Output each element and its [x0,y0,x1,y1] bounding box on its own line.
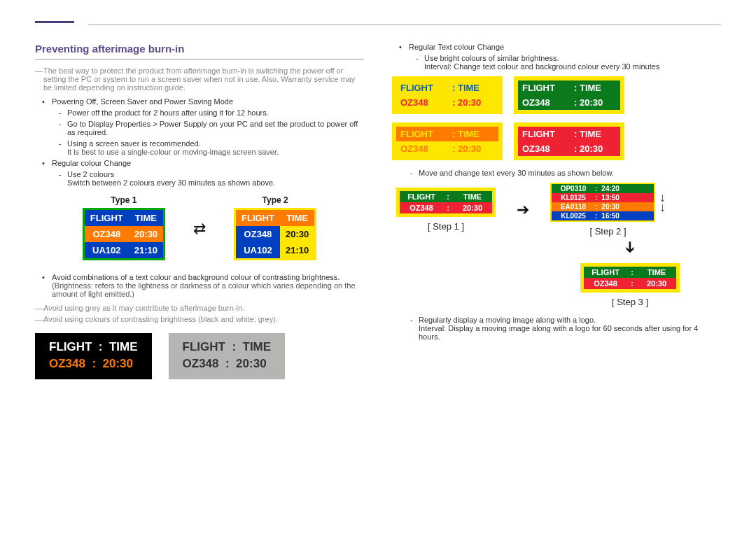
down-arrows-icon: ↓↓ [659,192,666,212]
left-column: Preventing afterimage burn-in The best w… [35,43,364,379]
card-blue-red: FLIGHT: TIME OZ348: 20:30 [392,76,503,114]
type2-label: Type 2 [234,195,316,205]
right-column: Regular Text colour Change Use bright co… [392,43,721,379]
step3-card: FLIGHT:TIME OZ348:20:30 [580,263,680,293]
four-card-row1: FLIGHT: TIME OZ348: 20:30 FLIGHT: TIME O… [392,76,721,114]
sub-display-properties: Go to Display Properties > Power Supply … [62,120,364,136]
step1-card: FLIGHT:TIME OZ348:20:30 [396,188,496,217]
sub-moving-image: Regularly display a moving image along w… [413,316,721,341]
header-rule-line [88,24,721,25]
four-card-row2: FLIGHT: TIME OZ348: 20:30 FLIGHT: TIME O… [392,122,721,160]
black-card: FLIGHT : TIME OZ348 : 20:30 [35,333,152,379]
intro-text: The best way to protect the product from… [35,66,364,92]
card-red-bg: FLIGHT: TIME OZ348: 20:30 [514,122,624,160]
steps-diagram: FLIGHT:TIME OZ348:20:30 [ Step 1 ] ➔ OP0… [392,183,721,237]
grey-card: FLIGHT : TIME OZ348 : 20:30 [169,333,286,379]
warn-grey: Avoid using grey as it may contribute to… [35,304,364,312]
section-title: Preventing afterimage burn-in [35,43,364,55]
type-comparison-row: Type 1 FLIGHTTIME OZ34820:30 UA10221:10 … [35,195,364,262]
warn-contrast: Avoid using colours of contrasting brigh… [35,315,364,323]
type2-table: FLIGHTTIME OZ34820:30 UA10221:10 [234,208,316,260]
bullet-regular-text-colour: Regular Text colour Change Use bright co… [409,43,721,71]
header-accent [35,21,74,23]
type1-label: Type 1 [83,195,165,205]
sub-use-2-colours: Use 2 colours Switch between 2 colours e… [62,170,364,187]
type1-table: FLIGHTTIME OZ34820:30 UA10221:10 [83,208,165,260]
sub-power-off-2h: Power off the product for 2 hours after … [62,108,364,117]
card-orange-text: FLIGHT: TIME OZ348: 20:30 [392,122,503,160]
step2-card: OP0310:24:20 KL0125:13:50 EA0110:20:30 K… [550,183,655,222]
sub-move-change: Move and change text every 30 minutes as… [413,169,721,177]
bullet-colour-change: Regular colour Change Use 2 colours Swit… [52,159,364,187]
step1-label: [ Step 1 ] [396,221,496,232]
sub-screensaver: Using a screen saver is recommended. It … [62,139,364,156]
section-rule [35,59,364,59]
bullet-powering-off: Powering Off, Screen Saver and Power Sav… [52,97,364,156]
arrow-right-icon: ➔ [517,201,529,219]
double-arrow-icon: ⇄ [193,220,206,238]
arrow-down-icon: ➔ [621,241,639,253]
step2-label: [ Step 2 ] [550,226,666,237]
step3-label: [ Step 3 ] [539,297,721,307]
bullet-avoid-contrast: Avoid combinations of a text colour and … [52,273,364,298]
sub-bright-colours: Use bright colours of similar brightness… [419,54,721,71]
card-green-bg: FLIGHT: TIME OZ348: 20:30 [514,76,624,114]
